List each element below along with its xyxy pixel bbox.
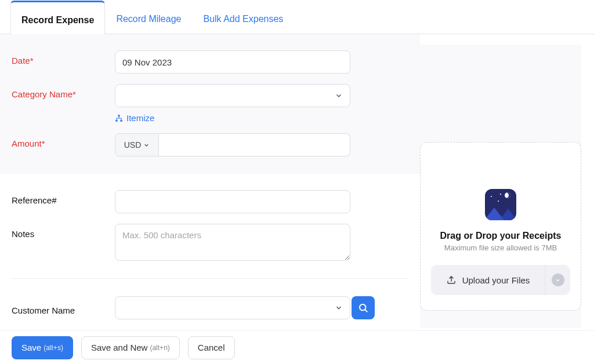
reference-input[interactable] [115, 190, 350, 213]
amount-label: Amount* [12, 133, 115, 148]
chevron-down-icon [335, 304, 343, 312]
chevron-down-icon [143, 142, 150, 148]
footer-actions: Save (alt+s) Save and New (alt+n) Cancel [0, 330, 594, 364]
drop-subtitle: Maximum file size allowed is 7MB [431, 243, 570, 252]
tabs: Record Expense Record Mileage Bulk Add E… [0, 0, 594, 34]
customer-label: Customer Name [12, 300, 115, 315]
receipt-drop-zone[interactable]: Drag or Drop your Receipts Maximum file … [420, 142, 581, 311]
amount-input[interactable] [159, 133, 350, 156]
form-area: Date* Category Name* [0, 34, 420, 319]
customer-select[interactable] [115, 296, 350, 319]
tab-record-mileage[interactable]: Record Mileage [105, 1, 192, 34]
category-label: Category Name* [12, 84, 115, 99]
save-and-new-button[interactable]: Save and New (alt+n) [81, 336, 180, 359]
image-icon [485, 189, 516, 220]
svg-rect-2 [120, 119, 122, 121]
cancel-button[interactable]: Cancel [188, 336, 235, 359]
svg-rect-0 [118, 115, 120, 117]
tab-record-expense[interactable]: Record Expense [10, 1, 105, 34]
upload-files-button[interactable]: Upload your Files [431, 265, 545, 295]
save-button[interactable]: Save (alt+s) [12, 336, 73, 359]
chevron-down-icon [552, 274, 564, 286]
svg-rect-1 [115, 119, 118, 121]
cancel-label: Cancel [198, 343, 225, 352]
reference-label: Reference# [12, 190, 115, 205]
upload-icon [446, 275, 457, 285]
customer-search-button[interactable] [352, 296, 375, 319]
tab-bulk-add-expenses[interactable]: Bulk Add Expenses [192, 1, 294, 34]
drop-title: Drag or Drop your Receipts [431, 231, 570, 241]
category-select[interactable] [115, 84, 350, 107]
save-shortcut: (alt+s) [44, 344, 63, 352]
sitemap-icon [115, 114, 123, 122]
date-input[interactable] [115, 50, 350, 74]
save-label: Save [21, 343, 41, 352]
itemize-link[interactable]: Itemize [115, 113, 350, 123]
save-new-label: Save and New [91, 343, 148, 352]
upload-label: Upload your Files [462, 275, 530, 285]
svg-line-4 [365, 310, 367, 311]
itemize-label: Itemize [126, 113, 154, 123]
currency-value: USD [124, 140, 142, 150]
search-icon [358, 303, 368, 313]
save-new-shortcut: (alt+n) [150, 344, 169, 352]
chevron-down-icon [335, 92, 343, 100]
notes-textarea[interactable] [115, 224, 350, 261]
currency-select[interactable]: USD [115, 133, 159, 156]
date-label: Date* [12, 50, 115, 65]
upload-options-button[interactable] [545, 265, 570, 295]
notes-label: Notes [12, 224, 115, 239]
